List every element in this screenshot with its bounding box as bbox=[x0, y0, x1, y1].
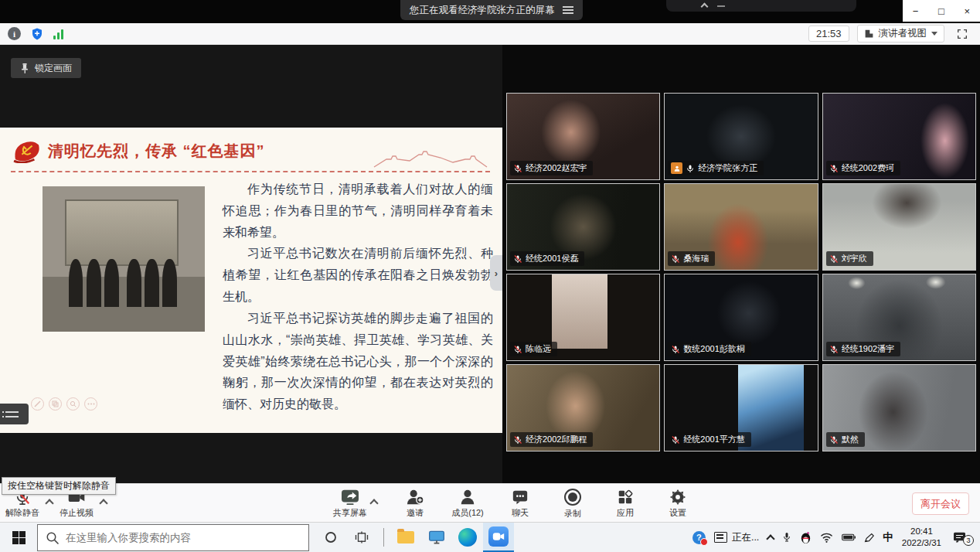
notification-center-button[interactable]: 3 bbox=[953, 532, 966, 543]
meeting-app-button[interactable] bbox=[483, 523, 514, 552]
mic-options-caret[interactable] bbox=[45, 499, 53, 507]
meeting-app-icon bbox=[488, 526, 509, 547]
view-mode-label: 演讲者视图 bbox=[879, 27, 927, 40]
wifi-tray-icon[interactable] bbox=[820, 533, 833, 543]
party-emblem-icon bbox=[12, 138, 42, 163]
leave-meeting-button[interactable]: 离开会议 bbox=[912, 492, 969, 515]
search-input[interactable] bbox=[38, 525, 308, 550]
minimize-button[interactable]: − bbox=[903, 0, 928, 22]
news-tray-item[interactable]: 正在... bbox=[714, 531, 759, 544]
mic-muted-icon bbox=[671, 345, 680, 354]
file-explorer-button[interactable] bbox=[390, 523, 421, 552]
share-options-caret[interactable] bbox=[369, 499, 378, 507]
floating-caret-icon bbox=[701, 3, 709, 11]
more-tools-icon[interactable] bbox=[84, 397, 97, 411]
participant-grid: 经济2002赵宏宇 经济学院张方正 经统2002费珂 bbox=[502, 45, 980, 483]
ime-indicator[interactable]: 中 bbox=[883, 530, 893, 544]
shared-screen-pane: 清明忆先烈，传承 “红色基因” 作为传统节日，清明承载着人们对故人的缅怀追思；作… bbox=[0, 45, 502, 483]
video-tile[interactable]: 经统2001平方慧 bbox=[664, 364, 818, 451]
copy-tool-icon[interactable] bbox=[49, 397, 62, 411]
banner-menu-icon[interactable] bbox=[563, 6, 573, 14]
battery-tray-icon[interactable] bbox=[842, 533, 856, 541]
mic-on-icon bbox=[686, 164, 695, 173]
participant-name-label: 经济2002邱鹏程 bbox=[510, 432, 593, 447]
apps-button[interactable]: 应用 bbox=[607, 485, 643, 522]
unmute-label: 解除静音 bbox=[5, 507, 39, 519]
video-tile[interactable]: 经济2002邱鹏程 bbox=[506, 364, 660, 451]
pin-icon bbox=[20, 63, 29, 73]
floating-toolbar[interactable] bbox=[666, 0, 856, 12]
maximize-button[interactable]: □ bbox=[928, 0, 954, 22]
video-tile[interactable]: 桑海瑞 bbox=[664, 183, 818, 271]
video-tile[interactable]: 陈临远 bbox=[506, 274, 660, 361]
meeting-window: 您正在观看经济学院张方正的屏幕 − □ × i 21:53 bbox=[0, 0, 980, 552]
edge-browser-button[interactable] bbox=[452, 523, 483, 552]
mic-muted-icon bbox=[513, 435, 522, 445]
title-divider bbox=[11, 171, 490, 172]
stop-video-label: 停止视频 bbox=[60, 507, 94, 519]
members-icon bbox=[459, 489, 476, 506]
participant-name-label: 经统2002费珂 bbox=[826, 161, 900, 175]
share-screen-button[interactable]: 共享屏幕 bbox=[332, 485, 368, 522]
qq-penguin-tray-icon[interactable] bbox=[800, 531, 812, 544]
video-tile[interactable]: 经济2002赵宏宇 bbox=[506, 93, 660, 180]
notification-count-badge: 3 bbox=[963, 535, 974, 546]
news-icon bbox=[714, 532, 727, 543]
invite-person-icon bbox=[406, 489, 424, 506]
mic-muted-icon bbox=[671, 435, 680, 445]
collapse-panel-tab[interactable]: › bbox=[490, 255, 502, 291]
video-tile[interactable]: 经济学院张方正 bbox=[664, 93, 818, 180]
slide-paragraph: 习近平总书记探访英雄的脚步走遍了祖国的山山水水，“崇尚英雄、捍卫英雄、学习英雄、… bbox=[223, 308, 493, 415]
participant-name-label: 经统2001平方慧 bbox=[668, 432, 750, 447]
greatwall-sketch bbox=[373, 149, 488, 169]
video-tile[interactable]: 经统1902潘宇 bbox=[822, 274, 976, 361]
fullscreen-button[interactable] bbox=[952, 26, 972, 43]
pen-tool-icon[interactable] bbox=[31, 397, 44, 411]
invite-button[interactable]: 邀请 bbox=[397, 485, 433, 522]
gear-icon bbox=[669, 489, 686, 506]
task-view-button[interactable] bbox=[346, 523, 377, 552]
record-button[interactable]: 录制 bbox=[555, 485, 590, 522]
thumbnail-panel-toggle[interactable] bbox=[0, 404, 29, 424]
folder-icon bbox=[397, 531, 414, 543]
magnifier-tool-icon[interactable] bbox=[66, 397, 80, 411]
video-tile[interactable]: 刘宇欣 bbox=[822, 183, 976, 271]
settings-label: 设置 bbox=[669, 507, 686, 519]
members-label: 成员(12) bbox=[451, 507, 484, 519]
meeting-duration: 21:53 bbox=[808, 26, 849, 42]
video-tile[interactable]: 经统2001侯磊 bbox=[506, 183, 660, 271]
participant-name-label: 经统1902潘宇 bbox=[826, 342, 900, 356]
mic-muted-icon bbox=[513, 164, 522, 173]
network-signal-icon[interactable] bbox=[53, 29, 63, 39]
video-options-caret[interactable] bbox=[99, 499, 107, 507]
window-controls: − □ × bbox=[903, 0, 980, 22]
tray-overflow-caret[interactable] bbox=[767, 533, 774, 542]
video-tile[interactable]: 默然 bbox=[822, 364, 976, 451]
participant-name-label: 经济学院张方正 bbox=[668, 161, 764, 175]
pen-tray-icon[interactable] bbox=[864, 533, 874, 543]
taskbar-search[interactable] bbox=[37, 524, 309, 551]
start-button[interactable] bbox=[0, 523, 37, 552]
meeting-info-icon[interactable]: i bbox=[8, 27, 21, 40]
qq-help-tray-icon[interactable]: ? bbox=[692, 531, 706, 544]
this-pc-button[interactable] bbox=[421, 523, 452, 552]
microphone-tray-icon[interactable] bbox=[782, 531, 791, 543]
settings-button[interactable]: 设置 bbox=[660, 485, 696, 522]
close-button[interactable]: × bbox=[954, 0, 980, 22]
floating-dash-icon bbox=[717, 5, 725, 7]
taskbar-clock[interactable]: 20:41 2022/3/31 bbox=[902, 526, 941, 549]
video-tile[interactable]: 数统2001彭歆桐 bbox=[664, 274, 818, 361]
share-screen-label: 共享屏幕 bbox=[333, 507, 367, 519]
cortana-button[interactable] bbox=[315, 523, 346, 552]
chat-button[interactable]: 聊天 bbox=[502, 485, 538, 522]
chat-bubble-icon bbox=[512, 489, 529, 506]
edge-icon bbox=[458, 528, 477, 547]
video-tile[interactable]: 经统2002费珂 bbox=[822, 93, 976, 180]
meeting-toolbar: 解除静音 停止视频 共享屏幕 邀请 成员 bbox=[0, 483, 980, 522]
view-mode-selector[interactable]: 演讲者视图 bbox=[857, 25, 945, 43]
record-label: 录制 bbox=[564, 508, 581, 520]
members-button[interactable]: 成员(12) bbox=[450, 485, 485, 522]
participant-name-label: 数统2001彭歆桐 bbox=[668, 342, 750, 356]
pin-view-button[interactable]: 锁定画面 bbox=[11, 58, 81, 78]
security-shield-icon[interactable] bbox=[30, 27, 44, 41]
